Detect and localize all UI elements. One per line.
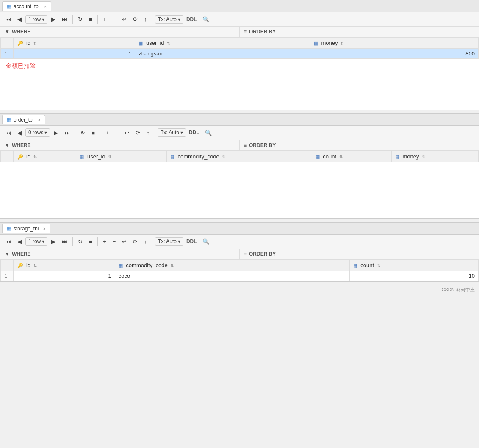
db-icon: ▦ <box>316 154 320 160</box>
cell-id[interactable]: 1 <box>14 49 135 59</box>
col-header-count[interactable]: ▦ count ⇅ <box>312 151 391 162</box>
table-row[interactable]: 1 1 zhangsan 800 <box>1 49 479 59</box>
row-count-badge[interactable]: 0 rows ▾ <box>25 128 50 137</box>
add-button[interactable]: + <box>100 237 109 246</box>
cell-id[interactable]: 1 <box>14 271 115 281</box>
sort-arrows-id[interactable]: ⇅ <box>33 263 37 268</box>
cell-money[interactable]: 800 <box>310 49 478 59</box>
db-icon-user-id: ▦ <box>138 41 143 46</box>
up-button[interactable]: ↑ <box>141 15 150 24</box>
ddl-button[interactable]: DDL <box>187 129 201 136</box>
sort-arrows-id[interactable]: ⇅ <box>33 41 37 46</box>
db-icon-money: ▦ <box>314 41 318 46</box>
undo-button[interactable]: ↩ <box>119 15 129 24</box>
tx-auto-button[interactable]: Tx: Auto ▾ <box>158 128 186 137</box>
tab-close-button[interactable]: × <box>44 4 46 9</box>
table-icon: ▦ <box>7 117 11 122</box>
col-header-user-id[interactable]: ▦ user_id ⇅ <box>76 151 167 162</box>
toolbar-storage: ⏮ ◀ 1 row ▾ ▶ ⏭ ↻ ■ + − ↩ ⟳ ↑ Tx: Auto ▾… <box>0 235 479 249</box>
prev-button[interactable]: ◀ <box>15 15 24 24</box>
stop-button[interactable]: ■ <box>86 15 95 24</box>
where-label: WHERE <box>12 29 31 35</box>
sort-arrows-count[interactable]: ⇅ <box>339 155 343 159</box>
filter-button[interactable]: ⟳ <box>130 237 140 246</box>
prev-button[interactable]: ◀ <box>15 237 24 246</box>
stop-button[interactable]: ■ <box>86 237 95 246</box>
tab-account-tbl[interactable]: ▦ account_tbl × <box>2 1 51 11</box>
table-row[interactable]: 1 1 coco 10 <box>1 271 479 281</box>
db-icon: ▦ <box>80 154 84 160</box>
refresh-button[interactable]: ↻ <box>75 237 85 246</box>
col-header-commodity-code[interactable]: ▦ commodity_code ⇅ <box>115 260 349 271</box>
tab-close-button[interactable]: × <box>38 117 40 122</box>
remove-button[interactable]: − <box>110 237 119 246</box>
sep3 <box>152 237 152 246</box>
remove-button[interactable]: − <box>113 128 121 137</box>
add-button[interactable]: + <box>103 128 111 137</box>
ddl-button[interactable]: DDL <box>185 16 199 23</box>
first-button[interactable]: ⏮ <box>3 15 14 24</box>
sort-arrows-count[interactable]: ⇅ <box>377 263 380 268</box>
cell-count[interactable]: 10 <box>349 271 478 281</box>
refresh-button[interactable]: ↻ <box>75 15 85 24</box>
order-by-section: ≡ ORDER BY <box>239 27 479 37</box>
sep1 <box>75 128 75 137</box>
stop-button[interactable]: ■ <box>89 128 97 137</box>
next-button[interactable]: ▶ <box>49 15 58 24</box>
undo-button[interactable]: ↩ <box>119 237 129 246</box>
tab-close-button[interactable]: × <box>43 226 45 231</box>
row-count-badge[interactable]: 1 row ▾ <box>25 237 47 246</box>
data-table-order: 🔑 id ⇅ ▦ user_id ⇅ ▦ commodity_code ⇅ <box>0 151 479 213</box>
sort-arrows-id[interactable]: ⇅ <box>33 155 37 159</box>
ddl-button[interactable]: DDL <box>185 238 199 245</box>
search-button[interactable]: 🔍 <box>200 15 212 24</box>
col-header-id[interactable]: 🔑 id ⇅ <box>14 260 115 271</box>
row-number: 1 <box>1 271 14 281</box>
col-header-id[interactable]: 🔑 id ⇅ <box>14 151 76 162</box>
prev-button[interactable]: ◀ <box>15 128 24 137</box>
col-header-id[interactable]: 🔑 id ⇅ <box>14 38 135 49</box>
filter-button[interactable]: ⟳ <box>130 15 140 24</box>
empty-row: 金额已扣除 <box>1 59 479 110</box>
tx-auto-button[interactable]: Tx: Auto ▾ <box>155 237 183 246</box>
col-header-money[interactable]: ▦ money ⇅ <box>310 38 478 49</box>
sort-arrows-money[interactable]: ⇅ <box>422 155 425 159</box>
col-header-count[interactable]: ▦ count ⇅ <box>349 260 478 271</box>
tab-order-tbl[interactable]: ▦ order_tbl × <box>2 115 45 124</box>
filter-button[interactable]: ⟳ <box>133 128 143 137</box>
next-button[interactable]: ▶ <box>49 237 58 246</box>
last-button[interactable]: ⏭ <box>59 15 70 24</box>
undo-button[interactable]: ↩ <box>122 128 132 137</box>
up-button[interactable]: ↑ <box>141 237 150 246</box>
order-icon: ≡ <box>244 29 247 35</box>
last-button[interactable]: ⏭ <box>59 237 70 246</box>
row-count-badge[interactable]: 1 row ▾ <box>25 15 47 24</box>
search-button[interactable]: 🔍 <box>200 237 212 246</box>
up-button[interactable]: ↑ <box>144 128 152 137</box>
tx-auto-button[interactable]: Tx: Auto ▾ <box>155 15 183 24</box>
sort-arrows-user-id[interactable]: ⇅ <box>167 41 170 46</box>
order-by-label: ORDER BY <box>249 29 276 35</box>
first-button[interactable]: ⏮ <box>3 128 14 137</box>
sort-arrows-commodity-code[interactable]: ⇅ <box>170 263 174 268</box>
next-button[interactable]: ▶ <box>51 128 61 137</box>
last-button[interactable]: ⏭ <box>62 128 72 137</box>
sort-arrows-user-id[interactable]: ⇅ <box>108 155 111 159</box>
sort-arrows-money[interactable]: ⇅ <box>341 41 344 46</box>
add-button[interactable]: + <box>100 15 109 24</box>
col-header-user-id[interactable]: ▦ user_id ⇅ <box>135 38 310 49</box>
table-header-row: 🔑 id ⇅ ▦ user_id ⇅ ▦ commodity_code ⇅ <box>1 151 479 162</box>
cell-user-id[interactable]: zhangsan <box>135 49 310 59</box>
cell-commodity-code[interactable]: coco <box>115 271 349 281</box>
order-icon: ≡ <box>244 142 247 148</box>
remove-button[interactable]: − <box>110 15 119 24</box>
first-button[interactable]: ⏮ <box>3 237 14 246</box>
sort-arrows-commodity-code[interactable]: ⇅ <box>222 155 225 159</box>
search-button[interactable]: 🔍 <box>202 128 214 137</box>
sep1 <box>72 15 73 24</box>
col-header-commodity-code[interactable]: ▦ commodity_code ⇅ <box>166 151 312 162</box>
tab-storage-tbl[interactable]: ▦ storage_tbl × <box>2 224 50 233</box>
filter-bar-order: ▼ WHERE ≡ ORDER BY <box>0 140 479 151</box>
col-header-money[interactable]: ▦ money ⇅ <box>391 151 478 162</box>
refresh-button[interactable]: ↻ <box>78 128 88 137</box>
